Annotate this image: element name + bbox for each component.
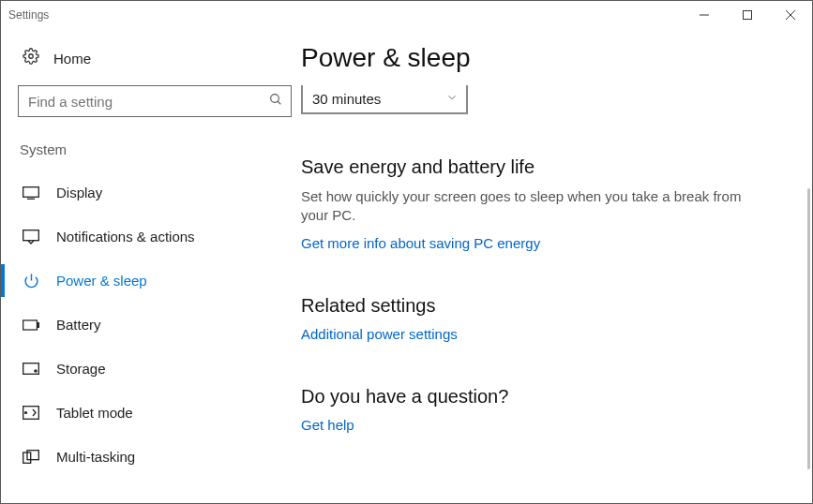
tablet-icon <box>23 406 39 420</box>
nav-label: Storage <box>56 361 106 377</box>
page-title: Power & sleep <box>301 29 812 84</box>
related-section: Related settings Additional power settin… <box>301 295 795 343</box>
get-help-link[interactable]: Get help <box>301 417 354 433</box>
close-button[interactable] <box>769 1 812 29</box>
svg-rect-18 <box>27 451 38 460</box>
nav-battery[interactable]: Battery <box>18 303 301 347</box>
svg-rect-12 <box>38 322 39 327</box>
nav-label: Notifications & actions <box>56 229 195 245</box>
search-icon <box>268 92 283 111</box>
svg-point-16 <box>25 412 27 414</box>
vertical-scrollbar[interactable] <box>795 29 810 503</box>
home-link[interactable]: Home <box>18 40 301 85</box>
search-input[interactable] <box>28 94 268 110</box>
save-energy-heading: Save energy and battery life <box>301 156 795 178</box>
nav-label: Tablet mode <box>56 405 133 421</box>
save-energy-section: Save energy and battery life Set how qui… <box>301 156 795 252</box>
content-pane: Power & sleep When plugged in, PC goes t… <box>301 29 812 503</box>
dropdown-value: 30 minutes <box>312 91 445 107</box>
question-heading: Do you have a question? <box>301 386 795 408</box>
battery-icon <box>23 319 39 331</box>
svg-line-6 <box>278 101 280 104</box>
titlebar: Settings <box>1 1 812 29</box>
save-energy-desc: Set how quickly your screen goes to slee… <box>301 187 746 226</box>
sleep-time-dropdown[interactable]: 30 minutes <box>301 85 468 114</box>
group-label: System <box>18 141 301 157</box>
svg-point-14 <box>35 370 37 372</box>
nav-storage[interactable]: Storage <box>18 347 301 391</box>
multitasking-icon <box>23 450 39 464</box>
nav-tablet-mode[interactable]: Tablet mode <box>18 391 301 435</box>
svg-point-4 <box>29 54 34 59</box>
related-link[interactable]: Additional power settings <box>301 326 458 342</box>
nav-multitasking[interactable]: Multi-tasking <box>18 435 301 479</box>
svg-rect-9 <box>23 230 39 240</box>
nav-label: Battery <box>56 317 101 333</box>
nav-label: Power & sleep <box>56 273 147 289</box>
scrollbar-thumb[interactable] <box>807 188 810 469</box>
window-title: Settings <box>8 8 49 22</box>
storage-icon <box>23 363 39 375</box>
svg-rect-7 <box>23 186 39 197</box>
content-scroll[interactable]: When plugged in, PC goes to sleep after … <box>301 85 795 503</box>
display-icon <box>23 186 39 200</box>
related-heading: Related settings <box>301 295 795 317</box>
notifications-icon <box>23 230 39 245</box>
svg-rect-13 <box>23 363 39 375</box>
svg-rect-1 <box>744 11 752 20</box>
save-energy-link[interactable]: Get more info about saving PC energy <box>301 235 540 251</box>
home-label: Home <box>53 51 91 67</box>
nav-label: Display <box>56 185 102 200</box>
settings-window: Settings Home <box>0 0 813 504</box>
nav-list: Display Notifications & actions Power & … <box>18 170 301 479</box>
nav-power-sleep[interactable]: Power & sleep <box>18 259 301 303</box>
maximize-button[interactable] <box>726 1 769 29</box>
question-section: Do you have a question? Get help <box>301 386 795 434</box>
power-icon <box>23 273 39 289</box>
gear-icon <box>23 48 39 68</box>
minimize-button[interactable] <box>683 1 726 29</box>
nav-notifications[interactable]: Notifications & actions <box>18 215 301 259</box>
nav-label: Multi-tasking <box>56 449 135 465</box>
search-box[interactable] <box>18 85 292 117</box>
chevron-down-icon <box>445 91 459 107</box>
svg-rect-11 <box>23 319 38 329</box>
sidebar: Home System Display <box>1 29 301 503</box>
nav-display[interactable]: Display <box>18 170 301 215</box>
